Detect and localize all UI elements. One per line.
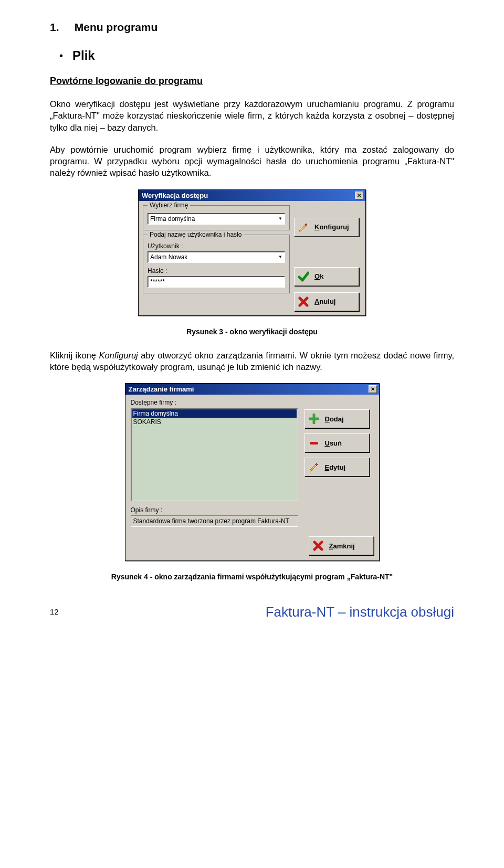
manage-companies-dialog: Zarządzanie firmami ✕ Dostępne firmy : F… [125, 383, 380, 561]
add-button[interactable]: Dodaj [304, 409, 370, 428]
section-number: 1. [50, 21, 59, 33]
password-value: ****** [150, 278, 165, 285]
list-item[interactable]: SOKARIS [132, 418, 297, 426]
delete-button[interactable]: Usuń [304, 433, 370, 452]
sub-heading: Powtórne logowanie do programu [50, 76, 454, 87]
svg-rect-0 [310, 442, 318, 444]
combo-value: Adam Nowak [150, 253, 187, 261]
button-label: Anuluj [314, 298, 335, 305]
bullet-dot-icon: • [59, 50, 63, 62]
pencil-icon [308, 462, 320, 472]
companies-listbox[interactable]: Firma domyślna SOKARIS [131, 408, 298, 501]
description-label: Opis firmy : [131, 506, 298, 514]
figure-caption: Rysunek 4 - okno zarządzania firmami wsp… [50, 573, 454, 581]
footer-title: Faktura-NT – instrukcja obsługi [266, 604, 454, 620]
button-label: Usuń [325, 439, 342, 447]
pencil-icon [298, 222, 309, 232]
button-label: Zamknij [329, 542, 355, 550]
button-label: Konfiguruj [314, 223, 349, 231]
titlebar: Zarządzanie firmami ✕ [125, 384, 379, 395]
list-label: Dostępne firmy : [131, 399, 298, 406]
ok-button[interactable]: Ok [294, 267, 359, 286]
combo-value: Firma domyślna [150, 215, 195, 223]
fieldset-legend: Wybierz firmę [148, 202, 190, 209]
close-dialog-button[interactable]: Zamknij [309, 536, 374, 555]
bullet-heading: Plik [72, 48, 95, 63]
x-icon [312, 541, 324, 551]
password-input[interactable]: ****** [148, 276, 285, 288]
paragraph: Kliknij ikonę Konfiguruj aby otworzyć ok… [50, 350, 454, 373]
dialog-title: Weryfikacja dostępu [142, 192, 208, 199]
company-combo[interactable]: Firma domyślna ▼ [148, 213, 285, 225]
page-number: 12 [50, 607, 59, 616]
paragraph: Okno weryfikacji dostępu jest wyświetlan… [50, 98, 454, 133]
fieldset-legend: Podaj nazwę użytkownika i hasło [148, 231, 244, 238]
close-button[interactable]: ✕ [369, 385, 377, 393]
titlebar: Weryfikacja dostępu ✕ [139, 190, 365, 201]
edit-button[interactable]: Edytuj [304, 458, 370, 477]
plus-icon [308, 414, 320, 424]
paragraph: Aby powtórnie uruchomić program wybierz … [50, 144, 454, 179]
password-label: Hasło : [148, 267, 285, 274]
user-combo[interactable]: Adam Nowak ▼ [148, 251, 285, 263]
button-label: Ok [314, 272, 323, 280]
credentials-fieldset: Podaj nazwę użytkownika i hasło Użytkown… [143, 235, 290, 293]
figure-caption: Rysunek 3 - okno weryfikacji dostępu [50, 327, 454, 336]
verification-dialog: Weryfikacja dostępu ✕ Wybierz firmę Firm… [138, 189, 366, 316]
close-button[interactable]: ✕ [355, 192, 363, 199]
cancel-button[interactable]: Anuluj [294, 292, 359, 311]
button-label: Edytuj [325, 463, 346, 471]
section-heading: 1. Menu programu [50, 21, 454, 34]
section-title: Menu programu [75, 21, 158, 33]
chevron-down-icon: ▼ [278, 216, 282, 221]
bullet-item: • Plik [59, 48, 454, 63]
select-company-fieldset: Wybierz firmę Firma domyślna ▼ [143, 205, 290, 230]
configure-button[interactable]: Konfiguruj [294, 218, 359, 237]
list-item[interactable]: Firma domyślna [132, 409, 297, 418]
chevron-down-icon: ▼ [278, 255, 282, 259]
description-field: Standardowa firma tworzona przez program… [131, 515, 298, 527]
user-label: Użytkownik : [148, 242, 285, 250]
minus-icon [308, 438, 320, 448]
dialog-title: Zarządzanie firmami [129, 385, 194, 393]
check-icon [298, 271, 309, 282]
button-label: Dodaj [325, 415, 344, 423]
x-icon [298, 297, 309, 307]
